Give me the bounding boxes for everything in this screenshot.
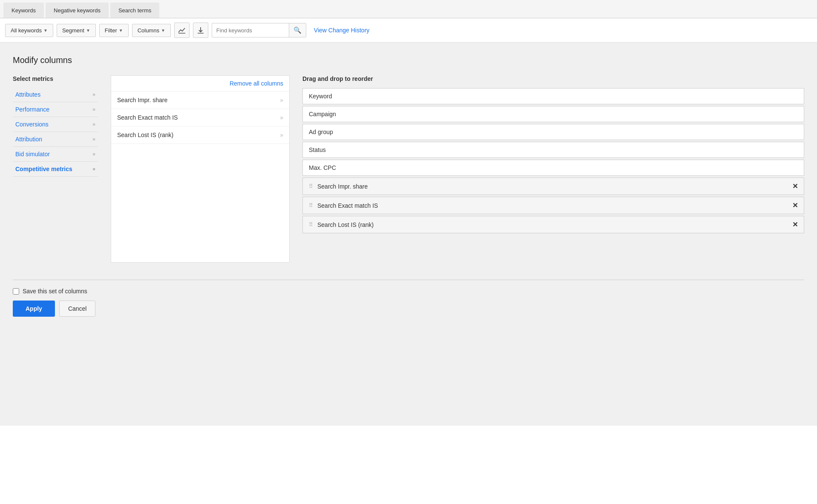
tab-negative-keywords[interactable]: Negative keywords	[46, 3, 109, 18]
save-row: Save this set of columns	[13, 288, 804, 295]
reorder-item-keyword: Keyword	[302, 88, 804, 104]
filter-button[interactable]: Filter ▼	[99, 24, 129, 37]
chevron-down-icon: ▼	[161, 28, 165, 33]
footer-buttons: Apply Cancel	[13, 301, 804, 317]
reorder-item-status: Status	[302, 142, 804, 158]
download-icon-button[interactable]	[193, 23, 208, 38]
chevron-right-icon: »	[92, 151, 95, 157]
chevron-right-icon: »	[92, 136, 95, 142]
chart-icon-button[interactable]	[174, 23, 190, 38]
view-change-history-link[interactable]: View Change History	[314, 27, 369, 34]
tabs-bar: Keywords Negative keywords Search terms	[0, 0, 817, 18]
search-input[interactable]	[212, 24, 289, 37]
chevron-right-icon: »	[92, 121, 95, 127]
search-wrap: 🔍	[212, 23, 306, 37]
chevron-right-icon: »	[92, 92, 95, 97]
toolbar: All keywords ▼ Segment ▼ Filter ▼ Column…	[0, 18, 817, 43]
search-button[interactable]: 🔍	[289, 23, 306, 37]
chevron-down-icon: ▼	[86, 28, 90, 33]
remove-all-columns-link[interactable]: Remove all columns	[230, 80, 283, 87]
select-metrics-title: Select metrics	[13, 75, 98, 82]
columns-button[interactable]: Columns ▼	[132, 24, 171, 37]
metric-item-performance[interactable]: Performance »	[13, 102, 98, 117]
reorder-item-search-impr-share[interactable]: ⠿ Search Impr. share ✕	[302, 178, 804, 195]
metrics-list: Select metrics Attributes » Performance …	[13, 75, 98, 177]
col-item-search-impr-share: Search Impr. share »	[111, 92, 289, 109]
center-panel: Remove all columns Search Impr. share » …	[111, 75, 290, 263]
modify-columns-title: Modify columns	[13, 55, 804, 65]
main-panel: Modify columns Select metrics Attributes…	[0, 43, 817, 426]
metric-item-conversions[interactable]: Conversions »	[13, 117, 98, 132]
segment-button[interactable]: Segment ▼	[57, 24, 96, 37]
all-keywords-button[interactable]: All keywords ▼	[5, 24, 53, 37]
reorder-item-max-cpc: Max. CPC	[302, 160, 804, 176]
chevron-right-icon: »	[92, 166, 95, 172]
drag-handle-icon: ⠿	[309, 183, 313, 189]
metric-item-bid-simulator[interactable]: Bid simulator »	[13, 147, 98, 162]
panel-content: Select metrics Attributes » Performance …	[13, 75, 804, 263]
drag-handle-icon: ⠿	[309, 202, 313, 209]
col-item-search-lost-is-rank: Search Lost IS (rank) »	[111, 126, 289, 144]
tab-search-terms[interactable]: Search terms	[110, 3, 159, 18]
apply-button[interactable]: Apply	[13, 301, 55, 317]
tab-keywords[interactable]: Keywords	[3, 3, 44, 18]
chevron-down-icon: ▼	[43, 28, 48, 33]
chevron-down-icon: ▼	[119, 28, 123, 33]
reorder-item-search-exact-match-is[interactable]: ⠿ Search Exact match IS ✕	[302, 197, 804, 214]
reorder-item-ad-group: Ad group	[302, 124, 804, 140]
remove-x-icon[interactable]: ✕	[792, 201, 798, 209]
reorder-panel: Drag and drop to reorder Keyword Campaig…	[302, 75, 804, 235]
col-item-search-exact-match-is: Search Exact match IS »	[111, 109, 289, 126]
remove-x-icon[interactable]: ✕	[792, 220, 798, 229]
drag-handle-icon: ⠿	[309, 221, 313, 228]
remove-x-icon[interactable]: ✕	[792, 182, 798, 190]
panel-footer: Save this set of columns Apply Cancel	[13, 280, 804, 324]
cancel-button[interactable]: Cancel	[59, 301, 96, 317]
add-arrow-icon[interactable]: »	[280, 97, 283, 103]
reorder-item-campaign: Campaign	[302, 106, 804, 122]
save-columns-checkbox[interactable]	[13, 288, 19, 295]
save-columns-label: Save this set of columns	[23, 288, 87, 295]
reorder-item-search-lost-is-rank[interactable]: ⠿ Search Lost IS (rank) ✕	[302, 216, 804, 233]
metric-item-competitive-metrics[interactable]: Competitive metrics »	[13, 162, 98, 177]
add-arrow-icon[interactable]: »	[280, 132, 283, 138]
metric-item-attribution[interactable]: Attribution »	[13, 132, 98, 147]
reorder-title: Drag and drop to reorder	[302, 75, 804, 82]
metric-item-attributes[interactable]: Attributes »	[13, 87, 98, 102]
add-arrow-icon[interactable]: »	[280, 114, 283, 121]
chevron-right-icon: »	[92, 106, 95, 112]
center-panel-header: Remove all columns	[111, 76, 289, 92]
